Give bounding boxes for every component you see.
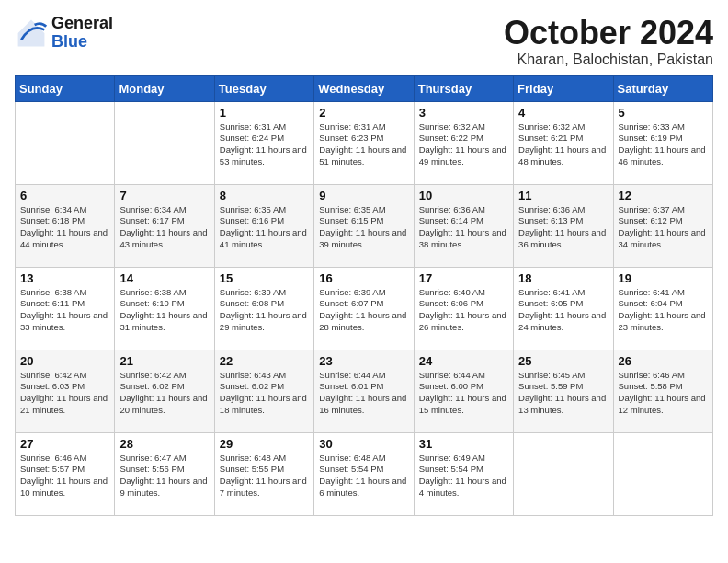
day-info: Sunrise: 6:38 AM Sunset: 6:10 PM Dayligh…: [119, 287, 209, 334]
day-number: 21: [119, 354, 209, 368]
calendar-week-1: 1Sunrise: 6:31 AM Sunset: 6:24 PM Daylig…: [16, 101, 713, 184]
calendar-cell: 1Sunrise: 6:31 AM Sunset: 6:24 PM Daylig…: [214, 101, 313, 184]
day-info: Sunrise: 6:37 AM Sunset: 6:12 PM Dayligh…: [619, 204, 708, 251]
calendar-cell: 6Sunrise: 6:34 AM Sunset: 6:18 PM Daylig…: [16, 184, 115, 267]
calendar-cell: 31Sunrise: 6:49 AM Sunset: 5:54 PM Dayli…: [414, 432, 513, 515]
calendar-cell: 11Sunrise: 6:36 AM Sunset: 6:13 PM Dayli…: [514, 184, 613, 267]
logo-blue: Blue: [51, 32, 87, 51]
calendar-cell: 3Sunrise: 6:32 AM Sunset: 6:22 PM Daylig…: [414, 101, 513, 184]
day-number: 25: [518, 354, 608, 368]
weekday-header-monday: Monday: [115, 75, 214, 101]
calendar-cell: 28Sunrise: 6:47 AM Sunset: 5:56 PM Dayli…: [115, 432, 214, 515]
day-info: Sunrise: 6:48 AM Sunset: 5:54 PM Dayligh…: [319, 453, 408, 500]
day-number: 28: [119, 437, 209, 451]
day-info: Sunrise: 6:42 AM Sunset: 6:02 PM Dayligh…: [119, 370, 209, 417]
calendar-cell: 7Sunrise: 6:34 AM Sunset: 6:17 PM Daylig…: [115, 184, 214, 267]
day-number: 20: [20, 354, 109, 368]
day-number: 17: [419, 271, 508, 285]
day-info: Sunrise: 6:44 AM Sunset: 6:01 PM Dayligh…: [319, 370, 408, 417]
day-info: Sunrise: 6:35 AM Sunset: 6:16 PM Dayligh…: [220, 204, 309, 251]
day-number: 12: [619, 189, 708, 202]
weekday-header-sunday: Sunday: [16, 75, 115, 101]
calendar-week-4: 20Sunrise: 6:42 AM Sunset: 6:03 PM Dayli…: [16, 350, 713, 432]
calendar-cell: 22Sunrise: 6:43 AM Sunset: 6:02 PM Dayli…: [214, 350, 313, 432]
day-number: 13: [20, 271, 109, 285]
day-number: 11: [518, 189, 608, 202]
calendar-cell: 9Sunrise: 6:35 AM Sunset: 6:15 PM Daylig…: [314, 184, 414, 267]
day-info: Sunrise: 6:43 AM Sunset: 6:02 PM Dayligh…: [220, 370, 309, 417]
day-info: Sunrise: 6:44 AM Sunset: 6:00 PM Dayligh…: [419, 370, 508, 417]
location-subtitle: Kharan, Balochistan, Pakistan: [504, 52, 713, 68]
calendar-cell: [115, 101, 214, 184]
calendar-cell: 8Sunrise: 6:35 AM Sunset: 6:16 PM Daylig…: [214, 184, 313, 267]
day-number: 26: [619, 354, 708, 368]
calendar-week-2: 6Sunrise: 6:34 AM Sunset: 6:18 PM Daylig…: [16, 184, 713, 267]
calendar-cell: 29Sunrise: 6:48 AM Sunset: 5:55 PM Dayli…: [214, 432, 313, 515]
calendar-cell: 25Sunrise: 6:45 AM Sunset: 5:59 PM Dayli…: [514, 350, 613, 432]
day-number: 9: [319, 189, 408, 202]
day-info: Sunrise: 6:47 AM Sunset: 5:56 PM Dayligh…: [119, 453, 209, 500]
day-number: 16: [319, 271, 408, 285]
day-number: 6: [20, 189, 109, 202]
calendar-cell: 26Sunrise: 6:46 AM Sunset: 5:58 PM Dayli…: [613, 350, 712, 432]
day-number: 2: [319, 106, 408, 120]
day-info: Sunrise: 6:39 AM Sunset: 6:07 PM Dayligh…: [319, 287, 408, 334]
day-number: 15: [220, 271, 309, 285]
day-info: Sunrise: 6:46 AM Sunset: 5:58 PM Dayligh…: [619, 370, 708, 417]
day-number: 8: [220, 189, 309, 202]
calendar-cell: 19Sunrise: 6:41 AM Sunset: 6:04 PM Dayli…: [613, 267, 712, 350]
day-number: 5: [619, 106, 708, 120]
weekday-header-friday: Friday: [514, 75, 613, 101]
page-header: General Blue October 2024 Kharan, Baloch…: [15, 15, 713, 68]
day-info: Sunrise: 6:33 AM Sunset: 6:19 PM Dayligh…: [619, 121, 708, 168]
month-title: October 2024: [504, 15, 713, 52]
day-number: 29: [220, 437, 309, 451]
day-info: Sunrise: 6:48 AM Sunset: 5:55 PM Dayligh…: [220, 453, 309, 500]
day-info: Sunrise: 6:31 AM Sunset: 6:24 PM Dayligh…: [220, 121, 309, 168]
calendar-cell: [514, 432, 613, 515]
day-number: 22: [220, 354, 309, 368]
logo: General Blue: [15, 15, 113, 52]
calendar-cell: 27Sunrise: 6:46 AM Sunset: 5:57 PM Dayli…: [16, 432, 115, 515]
calendar-table: SundayMondayTuesdayWednesdayThursdayFrid…: [15, 75, 713, 516]
day-info: Sunrise: 6:36 AM Sunset: 6:13 PM Dayligh…: [518, 204, 608, 251]
day-number: 14: [119, 271, 209, 285]
calendar-cell: [613, 432, 712, 515]
calendar-cell: 14Sunrise: 6:38 AM Sunset: 6:10 PM Dayli…: [115, 267, 214, 350]
day-info: Sunrise: 6:41 AM Sunset: 6:05 PM Dayligh…: [518, 287, 608, 334]
calendar-cell: 23Sunrise: 6:44 AM Sunset: 6:01 PM Dayli…: [314, 350, 414, 432]
day-info: Sunrise: 6:32 AM Sunset: 6:21 PM Dayligh…: [518, 121, 608, 168]
day-info: Sunrise: 6:42 AM Sunset: 6:03 PM Dayligh…: [20, 370, 109, 417]
day-number: 18: [518, 271, 608, 285]
logo-icon: [15, 17, 48, 50]
day-number: 7: [119, 189, 209, 202]
calendar-week-3: 13Sunrise: 6:38 AM Sunset: 6:11 PM Dayli…: [16, 267, 713, 350]
weekday-header-row: SundayMondayTuesdayWednesdayThursdayFrid…: [16, 75, 713, 101]
calendar-week-5: 27Sunrise: 6:46 AM Sunset: 5:57 PM Dayli…: [16, 432, 713, 515]
calendar-cell: 18Sunrise: 6:41 AM Sunset: 6:05 PM Dayli…: [514, 267, 613, 350]
calendar-cell: 4Sunrise: 6:32 AM Sunset: 6:21 PM Daylig…: [514, 101, 613, 184]
day-info: Sunrise: 6:34 AM Sunset: 6:18 PM Dayligh…: [20, 204, 109, 251]
day-info: Sunrise: 6:35 AM Sunset: 6:15 PM Dayligh…: [319, 204, 408, 251]
day-info: Sunrise: 6:32 AM Sunset: 6:22 PM Dayligh…: [419, 121, 508, 168]
calendar-cell: 24Sunrise: 6:44 AM Sunset: 6:00 PM Dayli…: [414, 350, 513, 432]
weekday-header-wednesday: Wednesday: [314, 75, 414, 101]
calendar-cell: 12Sunrise: 6:37 AM Sunset: 6:12 PM Dayli…: [613, 184, 712, 267]
day-number: 30: [319, 437, 408, 451]
weekday-header-tuesday: Tuesday: [214, 75, 313, 101]
calendar-cell: 30Sunrise: 6:48 AM Sunset: 5:54 PM Dayli…: [314, 432, 414, 515]
day-info: Sunrise: 6:36 AM Sunset: 6:14 PM Dayligh…: [419, 204, 508, 251]
day-info: Sunrise: 6:41 AM Sunset: 6:04 PM Dayligh…: [619, 287, 708, 334]
calendar-cell: 10Sunrise: 6:36 AM Sunset: 6:14 PM Dayli…: [414, 184, 513, 267]
day-info: Sunrise: 6:34 AM Sunset: 6:17 PM Dayligh…: [119, 204, 209, 251]
day-number: 1: [220, 106, 309, 120]
day-info: Sunrise: 6:45 AM Sunset: 5:59 PM Dayligh…: [518, 370, 608, 417]
calendar-cell: 16Sunrise: 6:39 AM Sunset: 6:07 PM Dayli…: [314, 267, 414, 350]
day-number: 10: [419, 189, 508, 202]
calendar-cell: 13Sunrise: 6:38 AM Sunset: 6:11 PM Dayli…: [16, 267, 115, 350]
calendar-cell: 21Sunrise: 6:42 AM Sunset: 6:02 PM Dayli…: [115, 350, 214, 432]
day-info: Sunrise: 6:46 AM Sunset: 5:57 PM Dayligh…: [20, 453, 109, 500]
day-number: 31: [419, 437, 508, 451]
day-info: Sunrise: 6:49 AM Sunset: 5:54 PM Dayligh…: [419, 453, 508, 500]
day-number: 3: [419, 106, 508, 120]
